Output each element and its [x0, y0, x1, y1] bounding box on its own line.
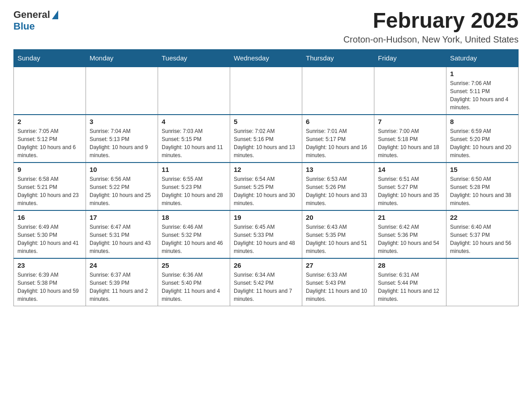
calendar-cell: 4Sunrise: 7:03 AM Sunset: 5:15 PM Daylig… — [158, 115, 230, 163]
day-number: 8 — [450, 118, 515, 125]
day-info: Sunrise: 6:59 AM Sunset: 5:20 PM Dayligh… — [450, 127, 515, 159]
day-number: 2 — [17, 118, 82, 125]
day-info: Sunrise: 6:54 AM Sunset: 5:25 PM Dayligh… — [234, 175, 298, 207]
day-info: Sunrise: 6:53 AM Sunset: 5:26 PM Dayligh… — [306, 175, 370, 207]
calendar-week-row: 1Sunrise: 7:06 AM Sunset: 5:11 PM Daylig… — [14, 67, 519, 115]
day-number: 7 — [378, 118, 442, 125]
day-number: 9 — [17, 166, 82, 173]
calendar-cell: 7Sunrise: 7:00 AM Sunset: 5:18 PM Daylig… — [374, 115, 446, 163]
calendar-cell: 20Sunrise: 6:43 AM Sunset: 5:35 PM Dayli… — [302, 210, 374, 258]
calendar-week-row: 2Sunrise: 7:05 AM Sunset: 5:12 PM Daylig… — [14, 115, 519, 163]
logo-triangle-icon — [52, 10, 58, 19]
day-info: Sunrise: 6:45 AM Sunset: 5:33 PM Dayligh… — [234, 223, 298, 255]
day-info: Sunrise: 7:02 AM Sunset: 5:16 PM Dayligh… — [234, 127, 298, 159]
day-number: 10 — [90, 166, 154, 173]
calendar-cell: 21Sunrise: 6:42 AM Sunset: 5:36 PM Dayli… — [374, 210, 446, 258]
day-info: Sunrise: 6:34 AM Sunset: 5:42 PM Dayligh… — [234, 271, 298, 303]
day-info: Sunrise: 6:43 AM Sunset: 5:35 PM Dayligh… — [306, 223, 370, 255]
day-number: 18 — [162, 214, 226, 221]
day-number: 25 — [162, 261, 226, 269]
calendar-header-monday: Monday — [86, 49, 158, 67]
day-info: Sunrise: 6:36 AM Sunset: 5:40 PM Dayligh… — [162, 271, 226, 303]
day-info: Sunrise: 6:33 AM Sunset: 5:43 PM Dayligh… — [306, 271, 370, 303]
day-info: Sunrise: 7:01 AM Sunset: 5:17 PM Dayligh… — [306, 127, 370, 159]
calendar-cell — [446, 258, 519, 306]
day-number: 3 — [90, 118, 154, 125]
calendar-cell — [86, 67, 158, 115]
calendar-cell: 16Sunrise: 6:49 AM Sunset: 5:30 PM Dayli… — [14, 210, 86, 258]
calendar-cell — [14, 67, 86, 115]
calendar-cell: 10Sunrise: 6:56 AM Sunset: 5:22 PM Dayli… — [86, 163, 158, 210]
day-number: 6 — [306, 118, 370, 125]
calendar-cell: 22Sunrise: 6:40 AM Sunset: 5:37 PM Dayli… — [446, 210, 519, 258]
calendar-header-sunday: Sunday — [14, 49, 86, 67]
day-number: 19 — [234, 214, 298, 221]
calendar-header-friday: Friday — [374, 49, 446, 67]
calendar-cell: 13Sunrise: 6:53 AM Sunset: 5:26 PM Dayli… — [302, 163, 374, 210]
day-number: 12 — [234, 166, 298, 173]
day-number: 1 — [450, 70, 515, 77]
calendar-title: February 2025 — [343, 9, 519, 33]
day-info: Sunrise: 6:50 AM Sunset: 5:28 PM Dayligh… — [450, 175, 515, 207]
day-number: 24 — [90, 261, 154, 269]
day-info: Sunrise: 6:39 AM Sunset: 5:38 PM Dayligh… — [17, 271, 82, 303]
calendar-cell: 28Sunrise: 6:31 AM Sunset: 5:44 PM Dayli… — [374, 258, 446, 306]
day-number: 14 — [378, 166, 442, 173]
day-number: 5 — [234, 118, 298, 125]
day-number: 27 — [306, 261, 370, 269]
calendar-cell: 6Sunrise: 7:01 AM Sunset: 5:17 PM Daylig… — [302, 115, 374, 163]
calendar-cell — [302, 67, 374, 115]
day-number: 20 — [306, 214, 370, 221]
day-info: Sunrise: 7:00 AM Sunset: 5:18 PM Dayligh… — [378, 127, 442, 159]
calendar-cell: 2Sunrise: 7:05 AM Sunset: 5:12 PM Daylig… — [14, 115, 86, 163]
logo-general-text: General — [13, 9, 50, 21]
day-info: Sunrise: 6:51 AM Sunset: 5:27 PM Dayligh… — [378, 175, 442, 207]
calendar-cell: 25Sunrise: 6:36 AM Sunset: 5:40 PM Dayli… — [158, 258, 230, 306]
day-number: 23 — [17, 261, 82, 269]
day-info: Sunrise: 7:04 AM Sunset: 5:13 PM Dayligh… — [90, 127, 154, 159]
calendar-cell: 23Sunrise: 6:39 AM Sunset: 5:38 PM Dayli… — [14, 258, 86, 306]
calendar-cell: 24Sunrise: 6:37 AM Sunset: 5:39 PM Dayli… — [86, 258, 158, 306]
calendar-cell: 18Sunrise: 6:46 AM Sunset: 5:32 PM Dayli… — [158, 210, 230, 258]
day-number: 16 — [17, 214, 82, 221]
day-number: 21 — [378, 214, 442, 221]
day-info: Sunrise: 6:49 AM Sunset: 5:30 PM Dayligh… — [17, 223, 82, 255]
calendar-header-thursday: Thursday — [302, 49, 374, 67]
calendar-cell: 3Sunrise: 7:04 AM Sunset: 5:13 PM Daylig… — [86, 115, 158, 163]
calendar-cell: 8Sunrise: 6:59 AM Sunset: 5:20 PM Daylig… — [446, 115, 519, 163]
day-info: Sunrise: 6:55 AM Sunset: 5:23 PM Dayligh… — [162, 175, 226, 207]
calendar-cell: 9Sunrise: 6:58 AM Sunset: 5:21 PM Daylig… — [14, 163, 86, 210]
day-number: 17 — [90, 214, 154, 221]
calendar-subtitle: Croton-on-Hudson, New York, United State… — [343, 34, 519, 45]
day-info: Sunrise: 6:42 AM Sunset: 5:36 PM Dayligh… — [378, 223, 442, 255]
calendar-cell: 1Sunrise: 7:06 AM Sunset: 5:11 PM Daylig… — [446, 67, 519, 115]
calendar-header-tuesday: Tuesday — [158, 49, 230, 67]
calendar-header-row: SundayMondayTuesdayWednesdayThursdayFrid… — [14, 49, 519, 67]
day-number: 13 — [306, 166, 370, 173]
calendar-header-wednesday: Wednesday — [230, 49, 302, 67]
calendar-week-row: 16Sunrise: 6:49 AM Sunset: 5:30 PM Dayli… — [14, 210, 519, 258]
calendar-cell: 12Sunrise: 6:54 AM Sunset: 5:25 PM Dayli… — [230, 163, 302, 210]
calendar-cell: 14Sunrise: 6:51 AM Sunset: 5:27 PM Dayli… — [374, 163, 446, 210]
calendar-header-saturday: Saturday — [446, 49, 519, 67]
calendar-week-row: 9Sunrise: 6:58 AM Sunset: 5:21 PM Daylig… — [14, 163, 519, 210]
calendar-cell: 26Sunrise: 6:34 AM Sunset: 5:42 PM Dayli… — [230, 258, 302, 306]
day-info: Sunrise: 6:47 AM Sunset: 5:31 PM Dayligh… — [90, 223, 154, 255]
logo-blue-text: Blue — [13, 21, 35, 32]
calendar-cell — [374, 67, 446, 115]
calendar-cell: 15Sunrise: 6:50 AM Sunset: 5:28 PM Dayli… — [446, 163, 519, 210]
page-header: General Blue February 2025 Croton-on-Hud… — [13, 9, 519, 45]
day-number: 26 — [234, 261, 298, 269]
day-number: 28 — [378, 261, 442, 269]
day-info: Sunrise: 6:40 AM Sunset: 5:37 PM Dayligh… — [450, 223, 515, 255]
calendar-week-row: 23Sunrise: 6:39 AM Sunset: 5:38 PM Dayli… — [14, 258, 519, 306]
calendar-cell: 19Sunrise: 6:45 AM Sunset: 5:33 PM Dayli… — [230, 210, 302, 258]
calendar-cell: 17Sunrise: 6:47 AM Sunset: 5:31 PM Dayli… — [86, 210, 158, 258]
day-info: Sunrise: 6:58 AM Sunset: 5:21 PM Dayligh… — [17, 175, 82, 207]
day-info: Sunrise: 7:03 AM Sunset: 5:15 PM Dayligh… — [162, 127, 226, 159]
day-number: 22 — [450, 214, 515, 221]
calendar-cell — [158, 67, 230, 115]
calendar-table: SundayMondayTuesdayWednesdayThursdayFrid… — [13, 49, 519, 306]
day-info: Sunrise: 7:06 AM Sunset: 5:11 PM Dayligh… — [450, 79, 515, 111]
day-number: 4 — [162, 118, 226, 125]
